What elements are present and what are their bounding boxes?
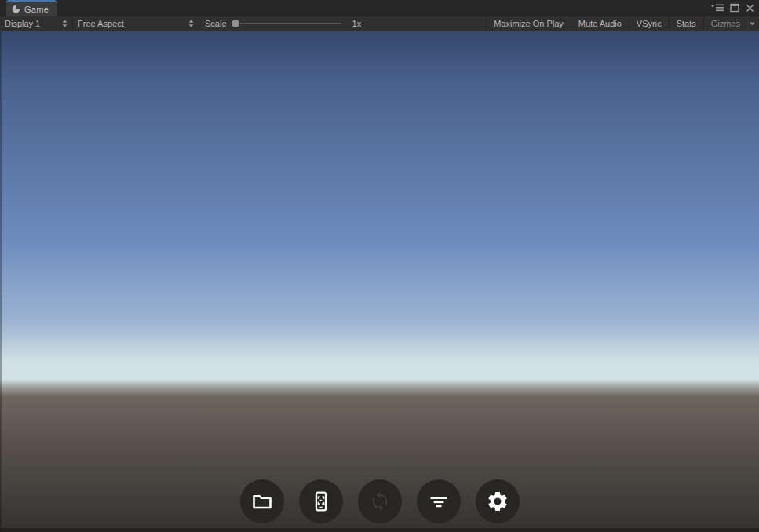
scale-slider-track xyxy=(232,23,341,24)
maximize-on-play-button[interactable]: Maximize On Play xyxy=(486,16,571,31)
refresh-icon xyxy=(369,490,391,512)
stats-button[interactable]: Stats xyxy=(669,16,703,31)
close-icon[interactable] xyxy=(746,2,754,13)
scale-slider-handle[interactable] xyxy=(232,20,239,27)
folder-button[interactable] xyxy=(240,479,284,523)
tab-label: Game xyxy=(24,5,49,14)
display-dropdown-label: Display 1 xyxy=(5,19,40,28)
vsync-button[interactable]: VSync xyxy=(629,16,669,31)
maximize-on-play-label: Maximize On Play xyxy=(494,19,564,28)
game-toolbar: Display 1 Free Aspect Scale 1x xyxy=(0,16,759,31)
vsync-label: VSync xyxy=(637,19,662,28)
unity-game-window: Game xyxy=(0,0,759,532)
refresh-button[interactable] xyxy=(358,479,402,523)
scale-value: 1x xyxy=(352,19,362,28)
window-bottom-edge xyxy=(0,528,759,532)
maximize-icon[interactable] xyxy=(730,2,739,13)
settings-button[interactable] xyxy=(476,479,520,523)
tab-strip: Game xyxy=(0,0,759,16)
game-view-icon xyxy=(12,5,20,13)
game-viewport[interactable] xyxy=(0,31,759,532)
updown-arrow-icon xyxy=(188,20,194,27)
aspect-dropdown[interactable]: Free Aspect xyxy=(73,16,199,31)
gizmos-label: Gizmos xyxy=(711,19,740,28)
aspect-dropdown-label: Free Aspect xyxy=(78,19,124,28)
gear-icon xyxy=(486,490,509,513)
device-scan-icon xyxy=(310,490,332,512)
gizmos-button[interactable]: Gizmos xyxy=(703,16,747,31)
scale-label: Scale xyxy=(205,19,227,28)
chevron-down-icon xyxy=(750,22,755,26)
viewport-left-edge xyxy=(0,31,2,532)
window-menu-icon[interactable] xyxy=(711,2,724,13)
mute-audio-label: Mute Audio xyxy=(578,19,622,28)
filter-icon xyxy=(428,490,450,512)
tab-game[interactable]: Game xyxy=(6,0,57,16)
filter-button[interactable] xyxy=(417,479,461,523)
stats-label: Stats xyxy=(677,19,696,28)
mute-audio-button[interactable]: Mute Audio xyxy=(571,16,629,31)
display-dropdown[interactable]: Display 1 xyxy=(0,16,72,31)
gizmos-dropdown-arrow[interactable] xyxy=(747,16,759,31)
scale-slider[interactable] xyxy=(232,19,341,28)
folder-icon xyxy=(251,490,273,512)
action-bar xyxy=(0,479,759,523)
device-scan-button[interactable] xyxy=(299,479,343,523)
updown-arrow-icon xyxy=(62,20,68,27)
